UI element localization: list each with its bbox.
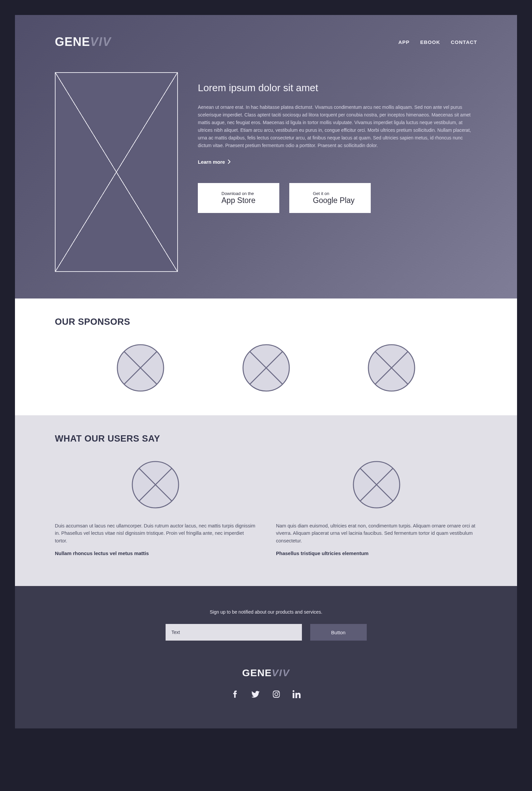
testimonial-body: Nam quis diam euismod, ultricies erat no… (276, 522, 477, 545)
signup-button[interactable]: Button (310, 624, 367, 641)
logo[interactable]: GENEVIV (55, 35, 111, 49)
logo-part2: VIV (90, 35, 111, 49)
instagram-icon[interactable] (272, 690, 281, 698)
nav-ebook[interactable]: EBOOK (420, 39, 440, 45)
testimonial-item: Duis accumsan ut lacus nec ullamcorper. … (55, 461, 256, 556)
avatar-placeholder (353, 461, 401, 509)
chevron-right-icon (228, 160, 230, 164)
nav-contact[interactable]: CONTACT (451, 39, 477, 45)
footer-section: Sign up to be notified about our product… (15, 586, 517, 729)
linkedin-icon[interactable] (292, 690, 301, 698)
twitter-icon[interactable] (251, 690, 260, 698)
sponsor-logo-placeholder (242, 344, 290, 392)
apple-icon (206, 192, 215, 204)
testimonial-name: Phasellus tristique ultricies elementum (276, 550, 477, 556)
email-input[interactable] (166, 624, 302, 641)
hero-body-text: Aenean ut ornare erat. In hac habitasse … (198, 104, 477, 150)
learn-more-link[interactable]: Learn more (198, 159, 230, 165)
app-store-big: App Store (222, 196, 255, 205)
learn-more-label: Learn more (198, 159, 225, 165)
testimonials-section: WHAT OUR USERS SAY Duis accumsan ut lacu… (15, 415, 517, 586)
sponsor-logo-placeholder (116, 344, 165, 392)
sponsors-title: OUR SPONSORS (55, 317, 477, 327)
hero-section: GENEVIV APP EBOOK CONTACT Lorem ipsum do… (15, 15, 517, 298)
avatar-placeholder (131, 461, 179, 509)
facebook-icon[interactable] (231, 690, 240, 698)
nav-app[interactable]: APP (398, 39, 410, 45)
google-play-button[interactable]: Get it on Google Play (289, 183, 371, 213)
device-mockup-placeholder (55, 72, 178, 272)
app-store-small: Download on the (222, 191, 255, 196)
logo-part1: GENE (242, 667, 272, 679)
logo-part1: GENE (55, 35, 90, 49)
app-store-button[interactable]: Download on the App Store (198, 183, 279, 213)
sponsor-logo-placeholder (367, 344, 416, 392)
logo-part2: VIV (272, 667, 290, 679)
testimonial-item: Nam quis diam euismod, ultricies erat no… (276, 461, 477, 556)
footer-logo[interactable]: GENEVIV (242, 667, 290, 679)
sponsors-section: OUR SPONSORS (15, 298, 517, 415)
google-play-icon (298, 192, 307, 204)
signup-text: Sign up to be notified about our product… (55, 609, 477, 614)
nav-links: APP EBOOK CONTACT (398, 39, 477, 45)
hero-heading: Lorem ipsum dolor sit amet (198, 82, 477, 93)
testimonial-name: Nullam rhoncus lectus vel metus mattis (55, 550, 256, 556)
social-links (55, 690, 477, 698)
testimonials-title: WHAT OUR USERS SAY (55, 434, 477, 444)
testimonial-body: Duis accumsan ut lacus nec ullamcorper. … (55, 522, 256, 545)
google-play-big: Google Play (313, 196, 355, 205)
top-nav: GENEVIV APP EBOOK CONTACT (55, 35, 477, 49)
google-play-small: Get it on (313, 191, 355, 196)
